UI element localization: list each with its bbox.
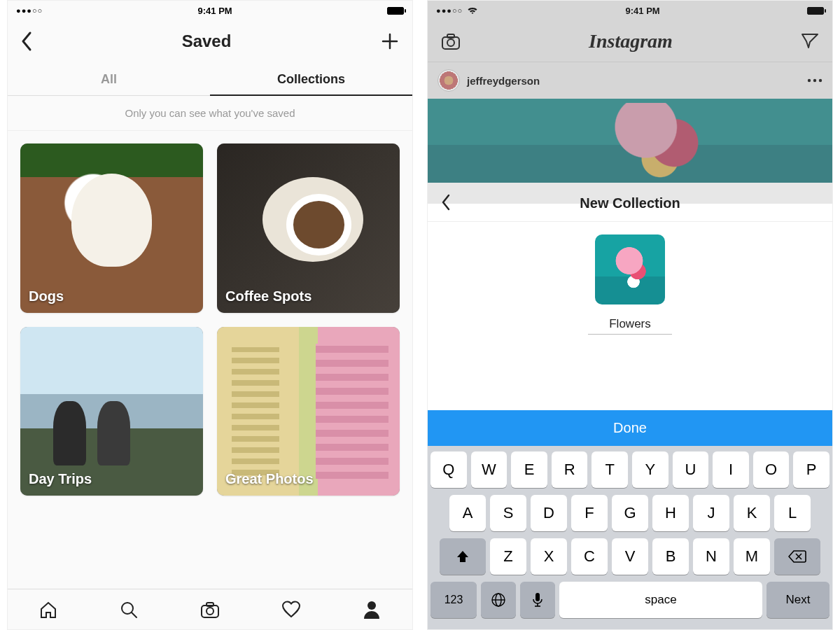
signal-icon: ●●●○○: [16, 6, 43, 15]
shift-key[interactable]: [440, 538, 486, 575]
key[interactable]: A: [449, 495, 486, 531]
avatar[interactable]: [438, 69, 460, 92]
back-button[interactable]: [20, 31, 33, 52]
signal-icon: ●●●○○: [436, 6, 463, 15]
battery-icon: [807, 7, 824, 15]
collection-label: Dogs: [29, 288, 64, 304]
svg-point-11: [808, 79, 811, 82]
tabs: All Collections: [8, 62, 412, 96]
kb-row-4: 123 space Next: [430, 582, 830, 618]
username[interactable]: jeffreydgerson: [467, 75, 540, 87]
svg-rect-6: [206, 603, 214, 606]
collection-label: Great Photos: [225, 471, 314, 487]
key[interactable]: P: [793, 451, 830, 488]
key[interactable]: F: [571, 495, 608, 531]
add-button[interactable]: [380, 31, 400, 51]
svg-point-9: [447, 39, 454, 46]
key[interactable]: W: [471, 451, 507, 488]
privacy-notice: Only you can see what you've saved: [8, 96, 412, 131]
kb-row-2: A S D F G H J K L: [430, 495, 830, 531]
kb-row-1: Q W E R T Y U I O P: [430, 451, 830, 488]
key[interactable]: U: [673, 451, 709, 488]
collection-label: Coffee Spots: [225, 288, 312, 304]
camera-icon[interactable]: [200, 599, 220, 620]
sheet-title: New Collection: [580, 195, 680, 211]
collection-cover: [217, 144, 400, 313]
key[interactable]: K: [734, 495, 770, 531]
collection-name-input[interactable]: [588, 314, 672, 335]
heart-icon[interactable]: [281, 599, 302, 620]
key[interactable]: M: [734, 538, 770, 575]
key[interactable]: S: [490, 495, 526, 531]
svg-rect-10: [447, 34, 454, 38]
wifi-icon: [467, 6, 478, 15]
instagram-logo: Instagram: [589, 30, 673, 52]
status-bar: ●●●○○ 9:41 PM: [428, 1, 832, 20]
svg-line-3: [132, 612, 136, 617]
search-icon[interactable]: [118, 599, 139, 620]
key[interactable]: B: [652, 538, 689, 575]
key[interactable]: Y: [632, 451, 668, 488]
collections-grid: Dogs Coffee Spots Day Trips Great Photos: [8, 131, 412, 508]
key[interactable]: C: [571, 538, 608, 575]
key[interactable]: Q: [430, 451, 467, 488]
collection-label: Day Trips: [29, 471, 92, 487]
key[interactable]: N: [693, 538, 729, 575]
keyboard-done-button[interactable]: Done: [428, 410, 832, 446]
status-bar: ●●●○○ 9:41 PM: [8, 1, 412, 20]
sheet-back-button[interactable]: [440, 193, 451, 211]
camera-icon[interactable]: [440, 31, 461, 51]
new-collection-sheet: New Collection Done Q W E R T Y U: [428, 183, 832, 629]
collection-tile[interactable]: Day Trips: [20, 327, 203, 496]
key[interactable]: D: [531, 495, 567, 531]
key[interactable]: V: [612, 538, 648, 575]
home-icon[interactable]: [38, 599, 59, 620]
collection-tile[interactable]: Great Photos: [217, 327, 400, 496]
next-key[interactable]: Next: [766, 582, 830, 618]
svg-point-13: [819, 79, 822, 82]
key[interactable]: R: [552, 451, 588, 488]
key[interactable]: L: [774, 495, 811, 531]
collection-tile[interactable]: Dogs: [20, 144, 203, 313]
globe-key[interactable]: [481, 582, 516, 618]
svg-point-12: [813, 79, 816, 82]
key[interactable]: E: [511, 451, 547, 488]
keyboard: Done Q W E R T Y U I O P A: [428, 410, 832, 629]
tab-collections[interactable]: Collections: [210, 62, 412, 95]
key[interactable]: G: [612, 495, 648, 531]
key[interactable]: X: [531, 538, 567, 575]
more-icon[interactable]: [807, 78, 822, 83]
tab-bar: [8, 589, 412, 629]
backspace-key[interactable]: [774, 538, 820, 575]
numbers-key[interactable]: 123: [430, 582, 477, 618]
key[interactable]: I: [713, 451, 749, 488]
phone-new-collection: ●●●○○ 9:41 PM Instagram jeffreydgerson: [427, 0, 833, 630]
mic-key[interactable]: [520, 582, 555, 618]
key[interactable]: T: [592, 451, 628, 488]
kb-row-3: Z X C V B N M: [430, 538, 830, 575]
nav-bar: Saved: [8, 20, 412, 62]
collection-preview-thumb: [595, 234, 665, 304]
profile-icon[interactable]: [361, 599, 382, 620]
collection-cover: [20, 144, 203, 313]
status-time: 9:41 PM: [626, 6, 660, 16]
direct-icon[interactable]: [800, 31, 820, 51]
key[interactable]: J: [693, 495, 729, 531]
tab-all[interactable]: All: [8, 62, 210, 95]
key[interactable]: H: [652, 495, 689, 531]
svg-point-5: [206, 608, 214, 615]
key[interactable]: Z: [490, 538, 526, 575]
battery-icon: [387, 7, 404, 15]
collection-tile[interactable]: Coffee Spots: [217, 144, 400, 313]
svg-rect-19: [536, 593, 540, 601]
post-header: jeffreydgerson: [428, 62, 832, 99]
ig-nav: Instagram: [428, 20, 832, 62]
status-time: 9:41 PM: [198, 6, 232, 16]
space-key[interactable]: space: [559, 582, 762, 618]
svg-point-7: [368, 601, 376, 610]
page-title: Saved: [182, 31, 232, 51]
key[interactable]: O: [753, 451, 790, 488]
post-image: [428, 99, 832, 183]
phone-saved-collections: ●●●○○ 9:41 PM Saved All Collections Only…: [7, 0, 413, 630]
